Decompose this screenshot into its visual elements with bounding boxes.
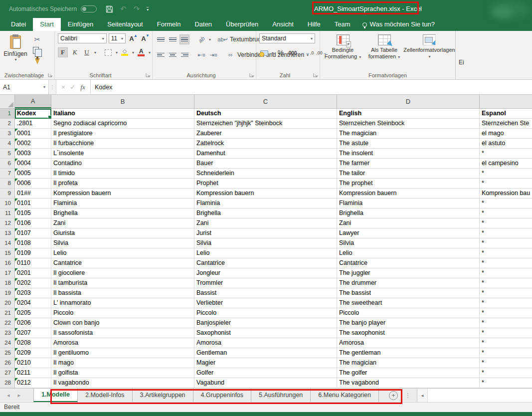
cell-B14[interactable]: Silvia bbox=[51, 238, 194, 248]
row-number[interactable]: 24 bbox=[0, 338, 15, 348]
prev-sheet-icon[interactable]: ◂ bbox=[7, 392, 10, 399]
cell-A17[interactable]: 0201 bbox=[15, 268, 51, 278]
dialog-launcher-icon[interactable] bbox=[48, 73, 53, 78]
cell-D12[interactable]: Zani bbox=[337, 218, 480, 228]
cell-C21[interactable]: Piccolo bbox=[194, 308, 337, 318]
row-number[interactable]: 25 bbox=[0, 348, 15, 358]
cell-D18[interactable]: The drummer bbox=[337, 278, 480, 288]
cell-B3[interactable]: Il prestigiatore bbox=[51, 129, 194, 139]
cell-E27[interactable]: * bbox=[480, 368, 532, 378]
formula-input[interactable]: Kodex bbox=[91, 80, 532, 94]
cell-C22[interactable]: Banjospieler bbox=[194, 318, 337, 328]
cell-E19[interactable]: * bbox=[480, 288, 532, 298]
cell-E5[interactable]: * bbox=[480, 149, 532, 159]
sheet-tab-6-menu-kategorien[interactable]: 6.Menu Kategorien bbox=[311, 389, 379, 402]
cell-E13[interactable]: * bbox=[480, 228, 532, 238]
font-size-combo[interactable]: 11▾ bbox=[109, 33, 126, 43]
cell-B22[interactable]: Clown con banjo bbox=[51, 318, 194, 328]
cell-D27[interactable]: The golfer bbox=[337, 368, 480, 378]
cell-B5[interactable]: L´insolente bbox=[51, 149, 194, 159]
ribbon-tab-überprüfen[interactable]: Überprüfen bbox=[219, 18, 265, 31]
column-header-c[interactable]: C bbox=[194, 95, 337, 108]
sheet-tab-4-gruppeninfos[interactable]: 4.Gruppeninfos bbox=[193, 389, 251, 402]
row-number[interactable]: 26 bbox=[0, 358, 15, 368]
align-middle-button[interactable] bbox=[168, 34, 177, 44]
copy-button[interactable]: ▾ bbox=[32, 45, 42, 55]
sheet-tab-1-modelle[interactable]: 1.Modelle bbox=[33, 389, 78, 402]
cell-A20[interactable]: 0204 bbox=[15, 298, 51, 308]
cell-A3[interactable]: 0001 bbox=[15, 129, 51, 139]
row-number[interactable]: 22 bbox=[0, 318, 15, 328]
row-number[interactable]: 4 bbox=[0, 139, 15, 149]
cell-E3[interactable]: el mago bbox=[480, 129, 532, 139]
orientation-button[interactable]: ab bbox=[196, 34, 206, 44]
cell-B12[interactable]: Zani bbox=[51, 218, 194, 228]
cell-E26[interactable]: * bbox=[480, 358, 532, 368]
cell-D23[interactable]: The saxophonist bbox=[337, 328, 480, 338]
ribbon-tab-hilfe[interactable]: Hilfe bbox=[301, 18, 328, 31]
dialog-launcher-icon[interactable] bbox=[249, 73, 254, 78]
grow-font-button[interactable]: A▲ bbox=[128, 33, 138, 43]
decrease-indent-button[interactable]: ⇤≡ bbox=[196, 50, 206, 60]
redo-icon[interactable]: ↷ bbox=[134, 4, 140, 13]
cell-B4[interactable]: Il furbacchione bbox=[51, 139, 194, 149]
cell-E24[interactable]: * bbox=[480, 338, 532, 348]
cell-C14[interactable]: Silvia bbox=[194, 238, 337, 248]
cell-D22[interactable]: The banjo player bbox=[337, 318, 480, 328]
cell-C5[interactable]: Damenhut bbox=[194, 149, 337, 159]
ribbon-tab-daten[interactable]: Daten bbox=[187, 18, 219, 31]
conditional-formatting-button[interactable]: Bedingte Formatierung ▾ bbox=[323, 33, 362, 60]
cell-A8[interactable]: 0006 bbox=[15, 179, 51, 189]
borders-button[interactable] bbox=[103, 47, 113, 57]
scrollbar-track[interactable] bbox=[427, 389, 532, 402]
ribbon-tab-formeln[interactable]: Formeln bbox=[150, 18, 188, 31]
cell-C24[interactable]: Amorosa bbox=[194, 338, 337, 348]
row-number[interactable]: 1 bbox=[0, 109, 15, 119]
cell-C26[interactable]: Magier bbox=[194, 358, 337, 368]
cell-B15[interactable]: Lelio bbox=[51, 248, 194, 258]
row-number[interactable]: 2 bbox=[0, 119, 15, 129]
cell-D9[interactable]: Kompression bauern bbox=[337, 189, 480, 199]
cell-A24[interactable]: 0208 bbox=[15, 338, 51, 348]
align-center-button[interactable] bbox=[168, 50, 177, 60]
add-sheet-button[interactable]: + bbox=[389, 391, 398, 400]
dialog-launcher-icon[interactable] bbox=[313, 73, 318, 78]
cell-D2[interactable]: Sternzeichen Steinbock bbox=[337, 119, 480, 129]
cell-A13[interactable]: 0107 bbox=[15, 228, 51, 238]
cell-A22[interactable]: 0206 bbox=[15, 318, 51, 328]
paste-button[interactable]: Einfügen ▾ bbox=[3, 33, 28, 62]
increase-decimal-button[interactable]: ←,0 bbox=[305, 48, 315, 58]
row-number[interactable]: 3 bbox=[0, 129, 15, 139]
bold-button[interactable]: F bbox=[58, 47, 68, 57]
cell-E10[interactable]: * bbox=[480, 199, 532, 208]
cell-D20[interactable]: The sweetheart bbox=[337, 298, 480, 308]
align-top-button[interactable] bbox=[156, 34, 166, 44]
font-name-combo[interactable]: Calibri▾ bbox=[58, 33, 107, 43]
cell-B27[interactable]: Il golfista bbox=[51, 368, 194, 378]
cell-D3[interactable]: The magician bbox=[337, 129, 480, 139]
cell-C4[interactable]: Zattelrock bbox=[194, 139, 337, 149]
column-header-b[interactable]: B bbox=[51, 95, 194, 108]
cell-B28[interactable]: Il vagabondo bbox=[51, 378, 194, 388]
italic-button[interactable]: K bbox=[70, 47, 80, 57]
autosave-toggle[interactable] bbox=[81, 5, 97, 12]
insert-function-icon[interactable]: fx bbox=[81, 83, 85, 91]
cell-B20[interactable]: L' innamorato bbox=[51, 298, 194, 308]
save-icon[interactable] bbox=[106, 5, 113, 13]
cancel-icon[interactable]: × bbox=[61, 83, 65, 91]
row-number[interactable]: 13 bbox=[0, 228, 15, 238]
cell-E16[interactable]: * bbox=[480, 258, 532, 268]
cell-C2[interactable]: Sternzeichen "jhjhjk" Steinbock bbox=[194, 119, 337, 129]
cell-D1[interactable]: English bbox=[337, 109, 480, 119]
cell-B7[interactable]: Il timido bbox=[51, 169, 194, 179]
horizontal-scrollbar[interactable]: ◂ bbox=[417, 389, 532, 402]
increase-indent-button[interactable]: ⇥≡ bbox=[208, 50, 218, 60]
cell-A2[interactable]: .2801 bbox=[15, 119, 51, 129]
cell-E2[interactable]: Sternzeichen Ste bbox=[480, 119, 532, 129]
cell-E4[interactable]: el astuto bbox=[480, 139, 532, 149]
cell-B18[interactable]: Il tamburista bbox=[51, 278, 194, 288]
row-number[interactable]: 16 bbox=[0, 258, 15, 268]
ribbon-tab-start[interactable]: Start bbox=[33, 18, 60, 31]
cell-D13[interactable]: Lawyer bbox=[337, 228, 480, 238]
cell-A25[interactable]: 0209 bbox=[15, 348, 51, 358]
